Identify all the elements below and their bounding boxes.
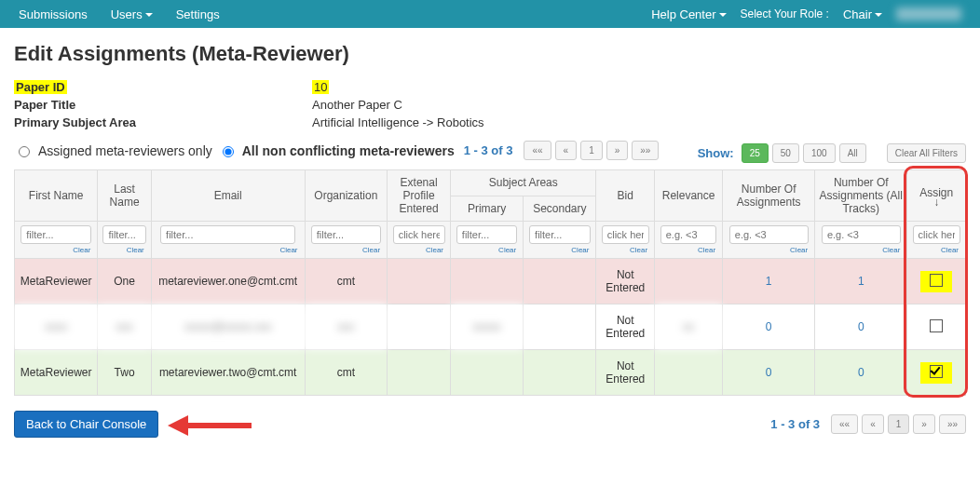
filter-ext[interactable] bbox=[393, 225, 445, 244]
cell-assign bbox=[907, 304, 966, 350]
cell-secondary bbox=[524, 259, 596, 304]
chevron-down-icon bbox=[719, 13, 727, 17]
show-25[interactable]: 25 bbox=[742, 143, 769, 163]
paper-title-value: Another Paper C bbox=[312, 98, 966, 112]
pager-bottom: «« « 1 » »» bbox=[831, 414, 966, 434]
arrow-shaft bbox=[186, 423, 252, 428]
pager-first[interactable]: «« bbox=[831, 414, 858, 434]
cell-bid: Not Entered bbox=[596, 350, 655, 396]
clear-all-filters-button[interactable]: Clear All Filters bbox=[887, 143, 966, 163]
cell-ext bbox=[388, 304, 451, 350]
col-secondary[interactable]: Secondary bbox=[524, 196, 596, 222]
col-relevance[interactable]: Relevance bbox=[655, 170, 723, 222]
nav-submissions[interactable]: Submissions bbox=[19, 7, 88, 21]
col-primary[interactable]: Primary bbox=[451, 196, 524, 222]
pager-prev[interactable]: « bbox=[862, 414, 884, 434]
topbar: Submissions Users Settings Help Center S… bbox=[0, 0, 980, 28]
clear-filter[interactable]: Clear bbox=[362, 246, 380, 254]
paper-title-label: Paper Title bbox=[14, 98, 312, 112]
col-num-assignments-all[interactable]: Number Of Assignments (All Tracks) bbox=[815, 170, 907, 222]
subject-area-value: Artificial Intelligence -> Robotics bbox=[312, 115, 966, 129]
paper-id-value: 10 bbox=[312, 80, 329, 94]
pager-last[interactable]: »» bbox=[632, 141, 659, 160]
assign-checkbox[interactable] bbox=[930, 319, 943, 332]
help-center-label: Help Center bbox=[651, 7, 715, 21]
pager-prev[interactable]: « bbox=[555, 141, 578, 160]
filter-email[interactable] bbox=[160, 225, 295, 244]
cell-assign bbox=[907, 259, 966, 304]
user-info[interactable] bbox=[896, 7, 961, 20]
pager-next[interactable]: » bbox=[606, 141, 629, 160]
chevron-down-icon bbox=[145, 13, 153, 17]
help-center-link[interactable]: Help Center bbox=[651, 7, 726, 21]
clear-filter[interactable]: Clear bbox=[279, 246, 297, 254]
show-100[interactable]: 100 bbox=[803, 143, 836, 163]
clear-filter[interactable]: Clear bbox=[790, 246, 808, 254]
back-to-chair-console-button[interactable]: Back to Chair Console bbox=[14, 411, 158, 438]
filter-numall[interactable] bbox=[822, 225, 901, 244]
arrow-annotation bbox=[168, 415, 261, 434]
clear-filter[interactable]: Clear bbox=[882, 246, 900, 254]
clear-filter[interactable]: Clear bbox=[698, 246, 715, 254]
clear-filter[interactable]: Clear bbox=[127, 246, 144, 254]
radio-all-nonconflicting-label[interactable]: All non conflicting meta-reviewers bbox=[242, 143, 455, 158]
filter-relevance[interactable] bbox=[660, 225, 717, 244]
cell-first-name: xxxx bbox=[15, 304, 98, 350]
col-email[interactable]: Email bbox=[151, 170, 305, 222]
cell-first-name: MetaReviewer bbox=[15, 259, 98, 304]
clear-filter[interactable]: Clear bbox=[73, 246, 90, 254]
radio-assigned-only[interactable] bbox=[19, 146, 30, 157]
filter-num[interactable] bbox=[729, 225, 809, 244]
col-num-assignments[interactable]: Number Of Assignments bbox=[723, 170, 815, 222]
cell-primary bbox=[451, 259, 524, 304]
cell-assign bbox=[907, 350, 966, 396]
role-value: Chair bbox=[843, 7, 872, 21]
cell-last-name: xxx bbox=[98, 304, 151, 350]
clear-filter[interactable]: Clear bbox=[941, 246, 959, 254]
filter-last-name[interactable] bbox=[102, 225, 145, 244]
col-assign[interactable]: Assign↓ bbox=[907, 170, 966, 222]
page-info-bottom: 1 - 3 of 3 bbox=[770, 417, 820, 431]
table-row: MetaReviewerTwometareviewer.two@cmt.cmtc… bbox=[15, 350, 966, 396]
col-first-name[interactable]: First Name bbox=[15, 170, 98, 222]
assign-checkbox[interactable] bbox=[930, 365, 943, 378]
cell-first-name: MetaReviewer bbox=[15, 350, 98, 396]
show-50[interactable]: 50 bbox=[772, 143, 799, 163]
assign-checkbox[interactable] bbox=[930, 274, 943, 287]
show-label: Show: bbox=[698, 146, 734, 160]
cell-ext bbox=[388, 350, 451, 396]
filter-bid[interactable] bbox=[602, 225, 649, 244]
filter-org[interactable] bbox=[311, 225, 381, 244]
show-all[interactable]: All bbox=[839, 143, 866, 163]
cell-numall: 1 bbox=[815, 259, 907, 304]
filter-first-name[interactable] bbox=[20, 225, 91, 244]
role-selector[interactable]: Chair bbox=[843, 7, 882, 21]
cell-num: 0 bbox=[723, 304, 815, 350]
filter-assign[interactable] bbox=[913, 225, 960, 244]
cell-bid: Not Entered bbox=[596, 304, 655, 350]
clear-filter[interactable]: Clear bbox=[630, 246, 647, 254]
col-last-name[interactable]: Last Name bbox=[98, 170, 151, 222]
filter-secondary[interactable] bbox=[529, 225, 591, 244]
pager-first[interactable]: «« bbox=[524, 141, 551, 160]
pager-page[interactable]: 1 bbox=[888, 414, 910, 434]
col-org[interactable]: Organization bbox=[305, 170, 388, 222]
radio-assigned-only-label[interactable]: Assigned meta-reviewers only bbox=[38, 143, 212, 158]
clear-filter[interactable]: Clear bbox=[498, 246, 516, 254]
nav-users[interactable]: Users bbox=[111, 7, 153, 21]
nav-settings[interactable]: Settings bbox=[176, 7, 220, 21]
cell-org: cmt bbox=[305, 259, 388, 304]
radio-all-nonconflicting[interactable] bbox=[223, 146, 234, 157]
pager-next[interactable]: » bbox=[913, 414, 935, 434]
clear-filter[interactable]: Clear bbox=[426, 246, 443, 254]
cell-email: metareviewer.one@cmt.cmt bbox=[151, 259, 305, 304]
col-bid[interactable]: Bid bbox=[596, 170, 655, 222]
cell-relevance: xx bbox=[655, 304, 723, 350]
filter-primary[interactable] bbox=[456, 225, 518, 244]
col-ext-profile[interactable]: Extenal Profile Entered bbox=[388, 170, 451, 222]
pager-page[interactable]: 1 bbox=[580, 141, 603, 160]
sort-desc-icon: ↓ bbox=[911, 199, 961, 205]
pager-last[interactable]: »» bbox=[939, 414, 966, 434]
subject-area-label: Primary Subject Area bbox=[14, 115, 312, 129]
clear-filter[interactable]: Clear bbox=[571, 246, 589, 254]
